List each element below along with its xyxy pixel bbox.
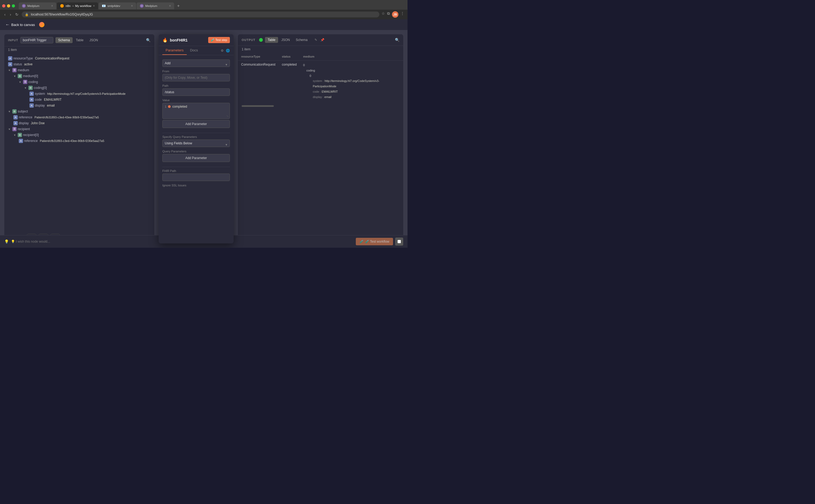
- input-tab-json[interactable]: JSON: [87, 37, 101, 43]
- fhir-path-input[interactable]: [162, 174, 230, 181]
- type-badge-subject-reference: A: [13, 115, 18, 119]
- output-tab-group: Table JSON Schema: [265, 37, 310, 43]
- tab-medplum-1[interactable]: M Medplum ×: [19, 2, 56, 9]
- back-button[interactable]: ‹: [3, 12, 7, 17]
- output-tab-table[interactable]: Table: [265, 37, 278, 43]
- stop-button[interactable]: [395, 238, 403, 246]
- input-select-wrapper: bonFHIR Trigger: [20, 37, 53, 43]
- window-controls: [2, 4, 15, 7]
- input-panel-header: INPUT bonFHIR Trigger Schema Table JSON …: [4, 34, 154, 46]
- add-parameter-button[interactable]: Add Parameter: [162, 120, 230, 128]
- input-tab-table[interactable]: Table: [73, 37, 86, 43]
- output-pin-icon[interactable]: 📌: [320, 38, 324, 42]
- add-query-param-button[interactable]: Add Parameter: [162, 154, 230, 162]
- tab-label-medplum-2: Medplum: [145, 4, 157, 7]
- tab-label-medplum-1: Medplum: [27, 4, 39, 7]
- tab-close-medplum-1[interactable]: ×: [51, 4, 53, 8]
- back-label: Back to canvas: [11, 23, 35, 27]
- tree-row-code: A code EMAILWRIT: [8, 97, 151, 103]
- help-icon[interactable]: 🌐: [226, 49, 230, 52]
- middle-tab-parameters[interactable]: Parameters: [162, 46, 187, 55]
- input-source-select[interactable]: bonFHIR Trigger: [20, 37, 53, 43]
- from-input[interactable]: [162, 74, 230, 81]
- type-badge-medium0: ⊙: [18, 74, 22, 78]
- url-text: localhost:5678/workflow/Rx1lSQorylIDyqJG: [31, 13, 93, 16]
- close-dot[interactable]: [2, 4, 5, 7]
- type-badge-medium: ☰: [12, 68, 17, 72]
- input-tab-schema[interactable]: Schema: [55, 37, 73, 43]
- query-specify-select[interactable]: Using Fields Below: [162, 140, 230, 147]
- toggle-recipient0[interactable]: ▼: [13, 134, 17, 137]
- field-name-system: system: [35, 92, 45, 96]
- tab-close-smtp4dev[interactable]: ×: [131, 4, 133, 8]
- tree-row-subject-display: A display John Doe: [8, 120, 151, 126]
- new-tab-button[interactable]: +: [175, 2, 182, 10]
- field-name-subject-reference: reference: [19, 115, 32, 119]
- tab-icon-medplum-1: M: [22, 4, 26, 8]
- tab-smtp4dev[interactable]: 📧 smtp4dev ×: [99, 2, 136, 9]
- output-tab-schema[interactable]: Schema: [293, 37, 310, 43]
- bottom-right-actions: 🧪 🧪 Test workflow: [356, 238, 403, 246]
- section-divider-1: [162, 133, 230, 133]
- bookmark-icon[interactable]: ☆: [381, 11, 385, 18]
- medium-top: 0: [303, 63, 304, 67]
- back-to-canvas-button[interactable]: ← Back to canvas: [5, 22, 35, 27]
- output-edit-icon[interactable]: ✎: [314, 38, 317, 42]
- type-badge-system: A: [29, 92, 34, 96]
- test-workflow-label: 🧪 Test workflow: [365, 240, 389, 243]
- display-key: display :: [313, 95, 324, 99]
- output-scrollbar-area: [238, 102, 403, 110]
- output-panel-header: OUTPUT Table JSON Schema ✎ 📌 🔍: [238, 34, 403, 46]
- value-area[interactable]: 1 completed ⤡: [162, 103, 230, 119]
- profile-icon[interactable]: JB: [392, 11, 398, 18]
- type-badge-subject: ⊙: [12, 109, 17, 114]
- tree-row-status: A status active: [8, 61, 151, 67]
- field-name-subject: subject: [18, 110, 28, 113]
- top-bar: ← Back to canvas: [0, 19, 408, 30]
- test-workflow-button[interactable]: 🧪 🧪 Test workflow: [356, 238, 393, 245]
- menu-icon[interactable]: ⋮: [400, 11, 404, 18]
- code-key: code :: [313, 90, 321, 93]
- settings-icon[interactable]: ⚙: [221, 49, 224, 52]
- stop-icon: [397, 240, 401, 243]
- tab-close-n8n[interactable]: ×: [93, 4, 95, 8]
- input-search-icon[interactable]: 🔍: [146, 38, 151, 42]
- url-bar[interactable]: 🔒 localhost:5678/workflow/Rx1lSQorylIDyq…: [22, 12, 379, 17]
- tree-row-coding: ▼ ☰ coding: [8, 79, 151, 85]
- value-label: Value: [162, 99, 230, 102]
- toggle-recipient[interactable]: ▼: [8, 128, 11, 131]
- logo: [39, 22, 44, 27]
- maximize-dot[interactable]: [12, 4, 15, 7]
- output-scrollbar[interactable]: [242, 105, 274, 107]
- add-select[interactable]: Add: [162, 59, 230, 67]
- forward-button[interactable]: ›: [9, 12, 12, 17]
- toggle-medium[interactable]: ▼: [8, 69, 11, 72]
- toggle-coding[interactable]: ▼: [19, 81, 22, 84]
- field-name-resourcetype: resourceType: [13, 57, 33, 60]
- tab-close-medplum-2[interactable]: ×: [169, 4, 171, 8]
- reload-button[interactable]: ↻: [14, 12, 20, 17]
- col-resource-type: resourceType: [238, 53, 279, 61]
- toggle-subject[interactable]: ▼: [8, 110, 11, 113]
- toggle-coding0[interactable]: ▼: [24, 86, 27, 89]
- tab-medplum-2[interactable]: M Medplum ×: [137, 2, 174, 9]
- value-line-num: 1: [165, 105, 166, 108]
- test-step-button[interactable]: 🧪 Test step: [208, 37, 230, 43]
- toggle-medium0[interactable]: ▼: [13, 75, 17, 78]
- resize-handle[interactable]: ⤡: [226, 115, 228, 118]
- output-tab-json[interactable]: JSON: [279, 37, 292, 43]
- type-badge-code: A: [29, 97, 34, 102]
- field-name-coding0: coding[0]: [34, 86, 47, 90]
- middle-tabs: Parameters Docs ⚙ 🌐: [159, 46, 234, 55]
- tab-n8n[interactable]: 🟠 n8n → My workflow ×: [57, 2, 98, 9]
- middle-tab-docs[interactable]: Docs: [187, 46, 201, 55]
- query-params-label: Query Parameters: [162, 150, 230, 153]
- extensions-icon[interactable]: ⧉: [387, 11, 390, 18]
- field-value-code: EMAILWRIT: [44, 98, 62, 101]
- output-search-icon[interactable]: 🔍: [395, 38, 399, 42]
- field-name-recipient: recipient: [18, 127, 30, 131]
- minimize-dot[interactable]: [7, 4, 10, 7]
- col-medium: medium: [300, 53, 403, 61]
- path-input[interactable]: [162, 88, 230, 96]
- medium-coding-idx: 0: [309, 74, 311, 77]
